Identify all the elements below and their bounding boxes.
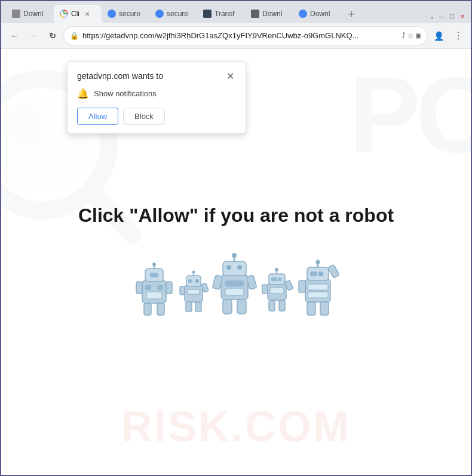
tab-icon-cli — [60, 10, 68, 18]
svg-rect-35 — [225, 280, 244, 286]
svg-rect-48 — [269, 300, 275, 311]
restore-button[interactable]: ☐ — [448, 13, 456, 20]
svg-rect-58 — [308, 284, 328, 290]
svg-rect-36 — [225, 288, 244, 295]
svg-point-23 — [192, 271, 195, 274]
svg-point-21 — [195, 279, 199, 283]
block-button[interactable]: Block — [123, 108, 165, 125]
tab-label-cli: Cli — [71, 10, 79, 18]
svg-rect-46 — [278, 277, 281, 281]
permission-label: Show notifications — [94, 89, 157, 98]
svg-rect-45 — [271, 277, 277, 281]
popup-close-button[interactable]: ✕ — [224, 70, 236, 82]
tab-icon-secure2 — [155, 10, 164, 18]
popup-buttons: Allow Block — [77, 108, 236, 125]
tab-close-cli[interactable]: ✕ — [82, 9, 92, 19]
tab-label-download2: Downl — [262, 10, 282, 18]
lock-icon: 🔒 — [70, 32, 79, 40]
browser-frame: Downl Cli ✕ secure — [1, 1, 471, 475]
svg-rect-26 — [195, 302, 201, 312]
main-text: Click "Allow" if you are not a robot — [78, 205, 394, 227]
url-text: https://getadvnp.com/w2jfhi3RhDrG1asZQx1… — [82, 31, 398, 40]
svg-point-55 — [316, 260, 320, 264]
svg-rect-15 — [157, 303, 164, 315]
popup-title: getadvnp.com wants to — [77, 71, 163, 81]
svg-point-20 — [188, 279, 192, 283]
svg-point-0 — [13, 11, 19, 17]
tab-label-secure1: secure — [119, 10, 140, 18]
chevron-down-button[interactable]: ⌄ — [428, 13, 436, 20]
svg-rect-38 — [237, 300, 246, 314]
robot-5 — [297, 257, 339, 319]
browser-content: PC RISK.COM Click "Allow" if you are not… — [1, 49, 471, 475]
svg-point-32 — [232, 253, 237, 258]
svg-rect-13 — [146, 292, 162, 299]
svg-rect-62 — [299, 280, 305, 292]
robot-4 — [260, 266, 293, 316]
svg-rect-56 — [310, 271, 317, 276]
window-controls: ⌄ — ☐ ✕ — [428, 13, 466, 23]
robot-2 — [179, 268, 209, 316]
menu-icon[interactable]: ⋮ — [449, 28, 466, 44]
tab-icon-transf — [203, 10, 212, 18]
close-button[interactable]: ✕ — [458, 13, 466, 20]
tab-download1[interactable]: Downl — [6, 5, 54, 23]
new-tab-button[interactable]: + — [343, 6, 360, 23]
popup-header: getadvnp.com wants to ✕ — [77, 70, 236, 82]
back-button[interactable]: ← — [6, 28, 23, 44]
svg-point-44 — [275, 268, 278, 271]
tab-label-secure2: secure — [167, 10, 188, 18]
tab-icon-download3 — [299, 10, 307, 18]
svg-rect-52 — [305, 279, 330, 302]
svg-rect-29 — [221, 274, 248, 300]
svg-rect-14 — [144, 303, 151, 315]
minimize-button[interactable]: — — [438, 13, 446, 20]
share-icon[interactable]: ⤴ — [401, 31, 406, 40]
tab-label-download1: Downl — [23, 10, 43, 18]
svg-rect-24 — [188, 289, 200, 294]
tab-download3[interactable]: Downl — [293, 5, 341, 23]
tab-icon-secure1 — [108, 10, 116, 18]
tab-icon-download1 — [12, 10, 20, 18]
forward-button[interactable]: → — [25, 28, 42, 44]
svg-rect-37 — [223, 300, 232, 314]
svg-rect-8 — [150, 273, 158, 277]
pip-icon[interactable]: ▣ — [415, 32, 421, 39]
robot-3 — [212, 251, 257, 319]
svg-rect-47 — [270, 288, 284, 294]
svg-point-33 — [226, 265, 231, 270]
tab-cli[interactable]: Cli ✕ — [54, 5, 102, 23]
url-bar-actions: ⤴ ☆ ▣ — [401, 31, 421, 40]
tab-label-transf: Transf — [214, 10, 235, 18]
refresh-button[interactable]: ↻ — [44, 28, 61, 44]
robot-1 — [133, 260, 175, 319]
account-icon[interactable]: 👤 — [430, 28, 447, 44]
svg-point-34 — [237, 265, 242, 270]
svg-rect-63 — [328, 264, 339, 278]
tab-bar: Downl Cli ✕ secure — [1, 1, 471, 23]
tab-icon-download2 — [251, 10, 259, 18]
svg-rect-50 — [262, 285, 268, 294]
popup-permission: 🔔 Show notifications — [77, 88, 236, 99]
tab-label-download3: Downl — [310, 10, 330, 18]
robots-container — [133, 251, 339, 319]
notification-popup: getadvnp.com wants to ✕ 🔔 Show notificat… — [67, 61, 246, 134]
tab-secure2[interactable]: secure — [149, 5, 197, 23]
svg-rect-49 — [279, 300, 285, 311]
bookmark-icon[interactable]: ☆ — [407, 31, 414, 40]
tabs-container: Downl Cli ✕ secure — [6, 5, 428, 23]
svg-rect-60 — [307, 302, 315, 315]
tab-download2[interactable]: Downl — [245, 5, 293, 23]
svg-point-57 — [318, 271, 323, 276]
allow-button[interactable]: Allow — [77, 108, 118, 125]
svg-rect-59 — [308, 292, 328, 298]
svg-rect-25 — [186, 302, 192, 312]
url-bar[interactable]: 🔒 https://getadvnp.com/w2jfhi3RhDrG1asZQ… — [63, 26, 428, 45]
svg-rect-17 — [166, 282, 172, 294]
svg-rect-61 — [320, 302, 329, 315]
svg-rect-30 — [223, 261, 246, 276]
svg-point-10 — [152, 263, 156, 266]
tab-secure1[interactable]: secure — [102, 5, 149, 23]
tab-transf[interactable]: Transf — [197, 5, 245, 23]
svg-rect-16 — [136, 282, 142, 294]
